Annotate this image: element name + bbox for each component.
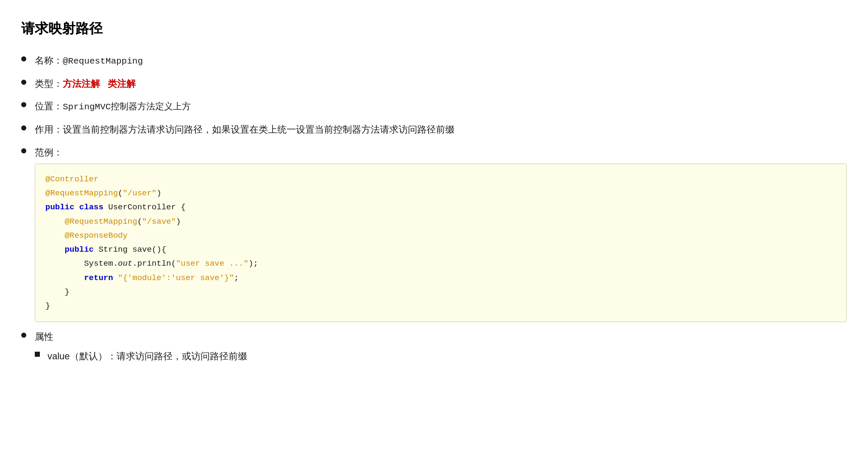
sub-item-value-label: value（默认）：: [47, 351, 117, 361]
label-attributes: 属性: [35, 331, 53, 342]
sub-list-item-value: value（默认）：请求访问路径，或访问路径前缀: [35, 348, 847, 364]
code-annotation-save: @RequestMapping: [65, 217, 137, 226]
page-title: 请求映射路径: [21, 17, 847, 40]
code-annotation-requestmapping: @RequestMapping: [45, 189, 118, 198]
sub-item-value-content: value（默认）：请求访问路径，或访问路径前缀: [47, 348, 247, 364]
code-block: @Controller @RequestMapping("/user") pub…: [35, 164, 847, 322]
type-class: 类注解: [108, 78, 136, 89]
code-string-save: "/save": [142, 217, 176, 226]
value-name: @RequestMapping: [63, 56, 143, 66]
value-location: SpringMVC控制器方法定义上方: [63, 102, 191, 112]
code-kw-public1: public: [45, 203, 74, 212]
code-annotation-responsebody: @ResponseBody: [65, 231, 128, 240]
content-list: 名称：@RequestMapping 类型：方法注解 类注解 位置：Spring…: [21, 53, 847, 367]
bullet-dot: [21, 125, 26, 131]
item-location-content: 位置：SpringMVC控制器方法定义上方: [35, 98, 847, 115]
list-item-location: 位置：SpringMVC控制器方法定义上方: [21, 98, 847, 115]
code-kw-public2: public: [65, 245, 94, 254]
code-line-1: @Controller: [45, 175, 98, 184]
label-location: 位置：: [35, 101, 63, 111]
type-method: 方法注解: [63, 78, 100, 89]
code-string-print: "user save ...": [176, 259, 248, 268]
bullet-dot: [21, 148, 26, 153]
bullet-dot: [21, 102, 26, 107]
list-item-usage: 作用：设置当前控制器方法请求访问路径，如果设置在类上统一设置当前控制器方法请求访…: [21, 122, 847, 137]
sub-list: value（默认）：请求访问路径，或访问路径前缀: [35, 348, 847, 364]
label-usage: 作用：: [35, 124, 63, 135]
value-usage: 设置当前控制器方法请求访问路径，如果设置在类上统一设置当前控制器方法请求访问路径…: [63, 124, 455, 135]
item-example-content: 范例： @Controller @RequestMapping("/user")…: [35, 144, 847, 322]
list-item-example: 范例： @Controller @RequestMapping("/user")…: [21, 144, 847, 322]
list-item-type: 类型：方法注解 类注解: [21, 76, 847, 92]
sub-item-value-text: 请求访问路径，或访问路径前缀: [117, 351, 247, 361]
list-item-attributes: 属性 value（默认）：请求访问路径，或访问路径前缀: [21, 329, 847, 367]
label-type: 类型：: [35, 78, 63, 89]
code-kw-return: return: [84, 273, 113, 283]
code-kw-class: class: [79, 203, 103, 212]
item-usage-content: 作用：设置当前控制器方法请求访问路径，如果设置在类上统一设置当前控制器方法请求访…: [35, 122, 847, 137]
list-item-name: 名称：@RequestMapping: [21, 53, 847, 69]
item-type-content: 类型：方法注解 类注解: [35, 76, 847, 92]
item-attributes-content: 属性 value（默认）：请求访问路径，或访问路径前缀: [35, 329, 847, 367]
code-string-user: "/user": [123, 189, 156, 198]
code-string-return: "{'module':'user save'}": [118, 273, 234, 283]
item-name-content: 名称：@RequestMapping: [35, 53, 847, 69]
bullet-dot: [21, 56, 26, 61]
label-name: 名称：: [35, 55, 63, 66]
bullet-dot: [21, 80, 26, 85]
code-italic-out: out: [118, 259, 132, 268]
bullet-dot: [21, 333, 26, 338]
label-example: 范例：: [35, 147, 63, 158]
sub-bullet-square: [35, 352, 40, 357]
